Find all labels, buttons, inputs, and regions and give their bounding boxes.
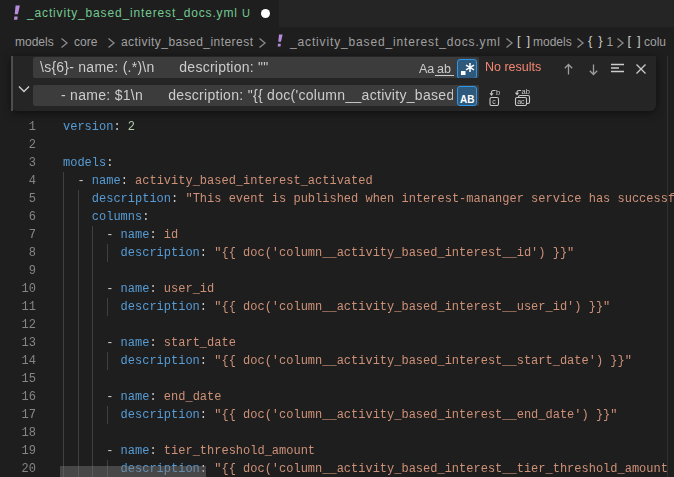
svg-text:ab: ab bbox=[522, 87, 530, 96]
svg-text:ac: ac bbox=[517, 98, 525, 105]
svg-text:b: b bbox=[496, 88, 500, 97]
svg-text:c: c bbox=[492, 98, 496, 105]
